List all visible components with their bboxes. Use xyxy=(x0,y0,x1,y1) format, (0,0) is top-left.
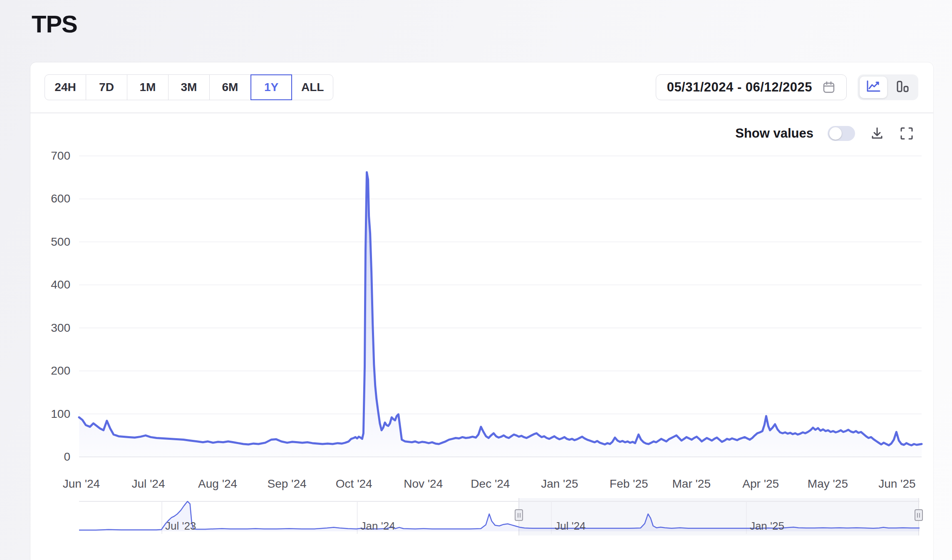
x-axis-label: Jan '25 xyxy=(524,477,595,491)
x-axis-label: Jun '24 xyxy=(46,477,117,491)
x-axis-label: Aug '24 xyxy=(182,477,253,491)
calendar-icon[interactable] xyxy=(822,81,835,94)
bar-chart-mode-button[interactable] xyxy=(889,76,916,98)
page-title: TPS xyxy=(32,10,77,38)
range-button-1m[interactable]: 1M xyxy=(127,74,169,100)
chart-type-toggle xyxy=(858,74,918,100)
x-axis-label: Apr '25 xyxy=(725,477,796,491)
x-axis-label: Jun '25 xyxy=(862,477,932,491)
navigator-handle-left[interactable] xyxy=(515,509,523,521)
x-axis-label: Jul '24 xyxy=(113,477,183,491)
range-button-6m[interactable]: 6M xyxy=(209,74,251,100)
chart-card: 24H7D1M3M6M1YALL 05/31/2024 - 06/12/2025 xyxy=(30,62,933,560)
main-line-series xyxy=(79,172,922,445)
navigator-axis-label: Jul '24 xyxy=(555,520,585,533)
navigator-axis-label: Jan '25 xyxy=(750,520,784,533)
range-button-7d[interactable]: 7D xyxy=(86,74,127,100)
toolbar-divider xyxy=(30,112,933,113)
range-button-1y[interactable]: 1Y xyxy=(250,74,292,100)
y-axis-label: 400 xyxy=(30,278,70,291)
date-range-value: 05/31/2024 - 06/12/2025 xyxy=(667,80,812,95)
navigator-axis-label: Jan '24 xyxy=(361,520,395,533)
bar-chart-icon xyxy=(895,80,910,95)
chart-header: Show values xyxy=(735,126,914,141)
x-axis-label: Dec '24 xyxy=(455,477,526,491)
range-button-3m[interactable]: 3M xyxy=(168,74,210,100)
gridlines xyxy=(79,156,922,457)
y-axis-label: 0 xyxy=(30,450,70,464)
chart-toolbar: 24H7D1M3M6M1YALL 05/31/2024 - 06/12/2025 xyxy=(30,62,933,112)
toolbar-right: 05/31/2024 - 06/12/2025 xyxy=(656,74,918,100)
x-axis-label: Oct '24 xyxy=(319,477,389,491)
date-range-picker[interactable]: 05/31/2024 - 06/12/2025 xyxy=(656,74,847,100)
toggle-knob xyxy=(829,127,842,140)
x-axis-label: May '25 xyxy=(792,477,863,491)
navigator-axis-label: Jul '23 xyxy=(165,520,196,533)
y-axis-label: 100 xyxy=(30,407,70,421)
y-axis-label: 500 xyxy=(30,235,70,249)
fullscreen-icon[interactable] xyxy=(899,126,914,141)
y-axis-label: 700 xyxy=(30,149,70,163)
x-axis-label: Sep '24 xyxy=(252,477,322,491)
x-axis-label: Feb '25 xyxy=(593,477,664,491)
range-button-all[interactable]: ALL xyxy=(292,74,333,100)
show-values-label: Show values xyxy=(735,126,813,141)
x-axis-label: Nov '24 xyxy=(388,477,459,491)
line-chart-mode-button[interactable] xyxy=(860,76,887,98)
line-chart-icon xyxy=(866,80,881,95)
navigator-handle-right[interactable] xyxy=(915,509,923,521)
time-range-group: 24H7D1M3M6M1YALL xyxy=(45,74,333,100)
show-values-toggle[interactable] xyxy=(828,126,855,141)
download-icon[interactable] xyxy=(869,126,885,141)
y-axis-label: 300 xyxy=(30,321,70,335)
y-axis-label: 600 xyxy=(30,192,70,205)
x-axis-label: Mar '25 xyxy=(656,477,727,491)
y-axis-label: 200 xyxy=(30,364,70,377)
range-button-24h[interactable]: 24H xyxy=(45,74,86,100)
